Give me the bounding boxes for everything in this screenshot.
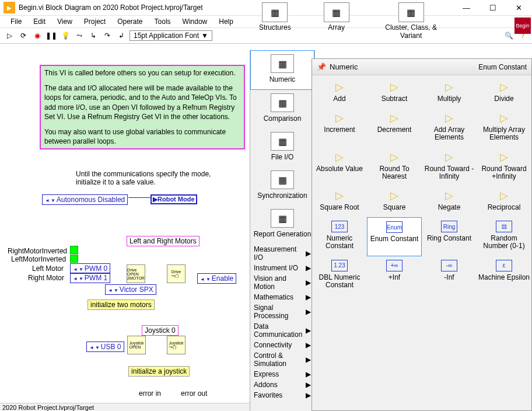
menu-tools[interactable]: Tools <box>150 16 176 27</box>
palette-cat-numeric[interactable]: ▦Numeric <box>250 50 314 90</box>
numeric-ring-constant[interactable]: RingRing Constant <box>422 217 477 256</box>
numeric-dbl-numeric-constant[interactable]: 1.23DBL Numeric Constant <box>312 256 367 295</box>
run-continuous-button[interactable]: ⟳ <box>18 30 29 41</box>
init-two-motors-comment[interactable]: initialize two motors <box>88 299 155 310</box>
step-over-button[interactable]: ↷ <box>102 30 113 41</box>
palette-item-connectivity[interactable]: Connectivity▶ <box>250 340 314 350</box>
minimize-button[interactable]: — <box>453 0 480 16</box>
numeric-decrement[interactable]: ▷Decrement <box>367 109 422 147</box>
joystick0-label[interactable]: Joystick 0 <box>142 325 178 336</box>
numeric-absolute-value[interactable]: ▷Absolute Value <box>312 148 367 186</box>
numeric-round-toward-infinity[interactable]: ▷Round Toward +Infinity <box>477 148 531 186</box>
joystick-refnum-set-vi[interactable]: Joystick↪▢ <box>167 336 186 354</box>
numeric-enum-constant[interactable]: EnumEnum Constant <box>367 217 422 256</box>
func-icon: ▷ <box>386 112 402 124</box>
numeric--inf[interactable]: -∞-Inf <box>422 256 477 295</box>
vi-icon-badge[interactable]: Begin <box>514 18 531 34</box>
chevron-right-icon: ▶ <box>306 341 311 349</box>
palette-cat-cluster-class-variant[interactable]: ▦Cluster, Class, & Variant <box>377 0 445 46</box>
pause-button[interactable]: ❚❚ <box>46 30 57 41</box>
maximize-button[interactable]: ☐ <box>480 0 506 16</box>
numeric-negate[interactable]: ▷Negate <box>422 186 477 217</box>
numeric-reciprocal[interactable]: ▷Reciprocal <box>477 186 531 217</box>
subpalette-caption: Enum Constant <box>478 63 527 71</box>
palette-item-favorites[interactable]: Favorites▶ <box>250 390 314 400</box>
palette-item-measurement-i-o[interactable]: Measurement I/O▶ <box>250 244 314 263</box>
close-button[interactable]: ✕ <box>506 0 532 16</box>
palette-cat-synchronization[interactable]: ▦Synchronization <box>250 167 314 206</box>
palette-item-mathematics[interactable]: Mathematics▶ <box>250 292 314 302</box>
pin-icon[interactable]: 📌 <box>317 62 326 71</box>
palette-item-signal-processing[interactable]: Signal Processing▶ <box>250 302 314 321</box>
menu-project[interactable]: Project <box>79 16 110 27</box>
highlight-button[interactable]: 💡 <box>60 30 71 41</box>
drive-refnum-set-vi[interactable]: Drive↪▢ <box>167 264 186 283</box>
menu-help[interactable]: Help <box>214 16 238 27</box>
palette-item-express[interactable]: Express▶ <box>250 369 314 379</box>
func-label: Reciprocal <box>488 204 521 211</box>
menu-view[interactable]: View <box>52 16 77 27</box>
menu-file[interactable]: File <box>6 16 26 27</box>
numeric-divide[interactable]: ▷Divide <box>477 78 531 109</box>
numeric-multiply-array-elements[interactable]: ▷Multiply Array Elements <box>477 109 531 147</box>
numeric-add-array-elements[interactable]: ▷Add Array Elements <box>422 109 477 147</box>
palette-item-instrument-i-o[interactable]: Instrument I/O▶ <box>250 263 314 273</box>
palette-item-control-simulation[interactable]: Control & Simulation▶ <box>250 350 314 369</box>
numeric--inf[interactable]: +∞+Inf <box>367 256 422 295</box>
numeric-machine-epsilon[interactable]: εMachine Epsilon <box>477 256 531 295</box>
numeric-square[interactable]: ▷Square <box>367 186 422 217</box>
func-label: Random Number (0-1) <box>478 235 530 250</box>
func-icon: ▷ <box>386 81 402 93</box>
palette-item-vision-and-motion[interactable]: Vision and Motion▶ <box>250 273 314 292</box>
numeric-increment[interactable]: ▷Increment <box>312 109 367 147</box>
palette-cat-file-i-o[interactable]: ▦File I/O <box>250 128 314 167</box>
numeric-add[interactable]: ▷Add <box>312 78 367 109</box>
pwm1-ring[interactable]: PWM 1 <box>70 273 110 283</box>
step-into-button[interactable]: ↳ <box>88 30 99 41</box>
func-label: Square <box>383 204 406 211</box>
retain-wire-button[interactable]: ⤳ <box>74 30 85 41</box>
palette-cat-report-generation[interactable]: ▦Report Generation <box>250 206 314 244</box>
left-inv-led[interactable] <box>70 255 78 263</box>
palette-cat-label: Array <box>328 23 345 32</box>
autonomous-disabled-ring[interactable]: Autonomous Disabled <box>42 194 128 205</box>
palette-item-addons[interactable]: Addons▶ <box>250 379 314 390</box>
subpalette-header[interactable]: 📌 Numeric Enum Constant <box>312 59 531 75</box>
numeric-subpalette[interactable]: 📌 Numeric Enum Constant ▷Add▷Subtract▷Mu… <box>312 58 532 411</box>
numeric-multiply[interactable]: ▷Multiply <box>422 78 477 109</box>
palette-cat-comparison[interactable]: ▦Comparison <box>250 90 314 128</box>
menu-edit[interactable]: Edit <box>29 16 50 27</box>
numeric-round-toward-infinity[interactable]: ▷Round Toward -Infinity <box>422 148 477 186</box>
font-selector[interactable]: 15pt Application Font ▼ <box>130 30 212 41</box>
robot-mode-terminal[interactable]: ▶Robot Mode <box>150 194 197 204</box>
menu-operate[interactable]: Operate <box>113 16 147 27</box>
menu-window[interactable]: Window <box>178 16 212 27</box>
right-inv-led[interactable] <box>70 246 78 254</box>
enable-ring[interactable]: Enable <box>197 273 236 284</box>
abort-button[interactable]: ◉ <box>32 30 43 41</box>
palette-cat-structures[interactable]: ▦Structures <box>254 0 296 46</box>
numeric-round-to-nearest[interactable]: ▷Round To Nearest <box>367 148 422 186</box>
functions-palette-strip[interactable]: ▦Numeric▦Comparison▦File I/O▦Synchroniza… <box>250 50 315 411</box>
init-joystick-comment[interactable]: initialize a joystick <box>128 366 190 377</box>
palette-cat-array[interactable]: ▦Array <box>319 0 354 46</box>
palette-cat-label: Structures <box>259 23 291 32</box>
palette-cat-icon: ▦ <box>262 2 288 22</box>
palette-cat-label: Numeric <box>270 75 296 83</box>
numeric-square-root[interactable]: ▷Square Root <box>312 186 367 217</box>
palette-item-data-communication[interactable]: Data Communication▶ <box>250 321 314 340</box>
run-button[interactable]: ▷ <box>4 30 15 41</box>
numeric-numeric-constant[interactable]: 123Numeric Constant <box>312 217 367 256</box>
joystick-open-vi[interactable]: JoystickOPEN <box>127 336 146 354</box>
left-right-motors-label[interactable]: Left and Right Motors <box>127 236 200 246</box>
numeric-subtract[interactable]: ▷Subtract <box>367 78 422 109</box>
step-out-button[interactable]: ↲ <box>116 30 127 41</box>
usb0-ring[interactable]: USB 0 <box>86 342 124 352</box>
func-label: Add <box>333 95 345 103</box>
numeric-random-number-[interactable]: ⚄Random Number (0-1) <box>477 217 531 256</box>
func-label: Ring Constant <box>427 235 471 242</box>
vi-description-comment[interactable]: This VI is called before others so you c… <box>40 65 245 149</box>
victor-ring[interactable]: Victor SPX <box>105 284 156 295</box>
open-2motor-vi[interactable]: DriveOPEN2MOTOR <box>127 264 145 283</box>
chevron-right-icon: ▶ <box>306 370 311 378</box>
